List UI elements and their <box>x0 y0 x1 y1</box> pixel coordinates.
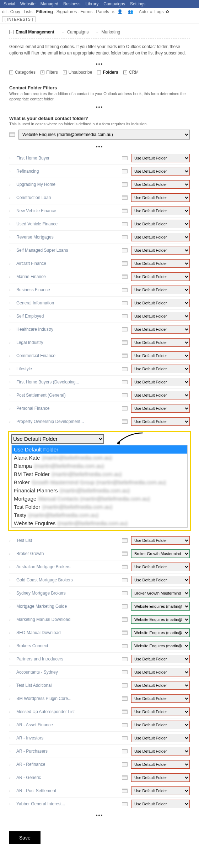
chevron-right-icon[interactable]: › <box>9 340 13 345</box>
save-button[interactable]: Save <box>9 831 41 844</box>
topnav-item[interactable]: Settings <box>130 1 145 6</box>
row-folder-select[interactable]: Use Default Folder <box>131 760 190 769</box>
topnav-item[interactable]: Website <box>20 1 36 6</box>
chevron-right-icon[interactable]: › <box>9 696 13 701</box>
chevron-right-icon[interactable]: › <box>9 762 13 767</box>
overlay-option[interactable]: Alana Kate(martin@beliefmedia.com.au) <box>12 454 187 462</box>
chevron-right-icon[interactable]: › <box>9 736 13 740</box>
chevron-right-icon[interactable]: › <box>9 631 13 635</box>
chevron-right-icon[interactable]: › <box>9 235 13 239</box>
chevron-right-icon[interactable]: › <box>9 591 13 595</box>
overlay-option[interactable]: Blampa(martin@beliefmedia.com.au) <box>12 462 187 470</box>
row-folder-select[interactable]: Broker Growth Mastermind Gro <box>131 549 190 558</box>
subtab-unsubscribe[interactable]: +Unsubscribe <box>63 70 92 75</box>
toolbar-item[interactable]: Copy <box>10 9 20 14</box>
chevron-right-icon[interactable]: › <box>9 261 13 266</box>
auto-link[interactable]: Auto <box>139 9 148 14</box>
row-folder-select[interactable]: Use Default Folder <box>131 193 190 202</box>
row-folder-select[interactable]: Use Default Folder <box>131 786 190 795</box>
row-folder-select[interactable]: Use Default Folder <box>131 154 190 162</box>
row-folder-select[interactable]: Use Default Folder <box>131 391 190 399</box>
chevron-right-icon[interactable]: › <box>9 657 13 661</box>
chevron-right-icon[interactable]: › <box>9 406 13 411</box>
row-folder-select[interactable]: Use Default Folder <box>131 167 190 176</box>
chevron-right-icon[interactable]: › <box>9 327 13 331</box>
tab-email-management[interactable]: −Email Management <box>9 30 54 35</box>
default-folder-select[interactable]: Website Enquires (martin@beliefmedia.com… <box>18 130 190 140</box>
chevron-right-icon[interactable]: › <box>9 683 13 687</box>
chevron-right-icon[interactable]: › <box>9 749 13 753</box>
row-folder-select[interactable]: Website Enquires (martin@beli <box>131 628 190 637</box>
row-folder-select[interactable]: Use Default Folder <box>131 259 190 268</box>
chevron-right-icon[interactable]: › <box>9 775 13 780</box>
row-folder-select[interactable]: Use Default Folder <box>131 417 190 426</box>
row-folder-select[interactable]: Use Default Folder <box>131 286 190 294</box>
row-folder-select[interactable]: Use Default Folder <box>131 707 190 716</box>
row-folder-select[interactable]: Use Default Folder <box>131 180 190 189</box>
tab-campaigns[interactable]: −Campaigns <box>61 30 89 35</box>
row-folder-select[interactable]: Use Default Folder <box>131 563 190 571</box>
row-folder-select[interactable]: Use Default Folder <box>131 694 190 703</box>
row-folder-select[interactable]: Use Default Folder <box>131 404 190 413</box>
chevron-right-icon[interactable]: › <box>9 604 13 608</box>
row-folder-select[interactable]: Use Default Folder <box>131 655 190 663</box>
row-folder-select[interactable]: Use Default Folder <box>131 233 190 241</box>
topnav-item[interactable]: Social <box>4 1 15 6</box>
toolbar-item[interactable]: Panels <box>96 9 109 14</box>
row-folder-select[interactable]: Use Default Folder <box>131 681 190 690</box>
chevron-right-icon[interactable]: › <box>9 248 13 252</box>
overlay-option[interactable]: Website Enquires(martin@beliefmedia.com.… <box>12 519 187 527</box>
row-folder-select[interactable]: Use Default Folder <box>131 272 190 281</box>
row-folder-select[interactable]: Use Default Folder <box>131 206 190 215</box>
chevron-right-icon[interactable]: › <box>9 222 13 226</box>
subtab-filters[interactable]: +Filters <box>41 70 58 75</box>
toolbar-item[interactable]: Lists <box>24 9 33 14</box>
chevron-right-icon[interactable]: › <box>9 209 13 213</box>
row-folder-select[interactable]: Use Default Folder <box>131 246 190 255</box>
chevron-right-icon[interactable]: › <box>9 367 13 371</box>
toolbar-item[interactable]: dit <box>2 9 7 14</box>
row-folder-select[interactable]: Use Default Folder <box>131 365 190 373</box>
chevron-right-icon[interactable]: › <box>9 538 13 543</box>
row-folder-select[interactable]: Use Default Folder <box>131 338 190 347</box>
chevron-right-icon[interactable]: › <box>9 710 13 714</box>
row-folder-select[interactable]: Website Enquires (martin@beli <box>131 602 190 611</box>
row-folder-select[interactable]: Use Default Folder <box>131 747 190 755</box>
chevron-right-icon[interactable]: › <box>9 670 13 674</box>
chevron-right-icon[interactable]: › <box>9 274 13 279</box>
chevron-right-icon[interactable]: › <box>9 314 13 318</box>
chevron-right-icon[interactable]: › <box>9 723 13 727</box>
chevron-right-icon[interactable]: › <box>9 156 13 160</box>
chevron-right-icon[interactable]: › <box>9 288 13 292</box>
chevron-right-icon[interactable]: › <box>9 802 13 806</box>
subtab-crm[interactable]: +CRM <box>123 70 139 75</box>
chevron-right-icon[interactable]: › <box>9 354 13 358</box>
row-folder-select[interactable]: Use Default Folder <box>131 220 190 228</box>
row-folder-select[interactable]: Website Enquires (martin@beli <box>131 642 190 650</box>
row-folder-select[interactable]: Use Default Folder <box>131 536 190 545</box>
row-folder-select[interactable]: Use Default Folder <box>131 668 190 676</box>
overlay-option[interactable]: Testy(martin@beliefmedia.com.au) <box>12 511 187 519</box>
toolbar-item[interactable]: Filtering <box>36 9 53 14</box>
chevron-right-icon[interactable]: › <box>9 617 13 622</box>
chevron-right-icon[interactable]: › <box>9 419 13 424</box>
chevron-right-icon[interactable]: › <box>9 551 13 556</box>
row-folder-select[interactable]: Use Default Folder <box>131 378 190 386</box>
overlay-option[interactable]: BrokerGrowth Mastermind Group (martin@be… <box>12 478 187 486</box>
chevron-right-icon[interactable]: › <box>9 301 13 305</box>
topnav-item[interactable]: Library <box>86 1 99 6</box>
overlay-option[interactable]: BM Test Folder(martin@beliefmedia.com.au… <box>12 470 187 478</box>
chevron-right-icon[interactable]: › <box>9 789 13 793</box>
row-folder-select[interactable]: Use Default Folder <box>131 734 190 742</box>
row-folder-select[interactable]: Website Enquires (martin@beli <box>131 615 190 624</box>
topnav-item[interactable]: Campaigns <box>103 1 125 6</box>
overlay-option[interactable]: MortgageManual Contacts (martin@beliefme… <box>12 495 187 503</box>
topnav-item[interactable]: Managed <box>41 1 58 6</box>
subtab-categories[interactable]: +Categories <box>9 70 36 75</box>
row-folder-select[interactable]: Use Default Folder <box>131 576 190 584</box>
topnav-item[interactable]: Business <box>63 1 81 6</box>
overlay-option[interactable]: Financial Planners(martin@beliefmedia.co… <box>12 486 187 495</box>
interests-button[interactable]: [ INTERESTS ] <box>2 16 36 22</box>
chevron-right-icon[interactable]: › <box>9 565 13 569</box>
subtab-folders[interactable]: −Folders <box>97 70 118 75</box>
